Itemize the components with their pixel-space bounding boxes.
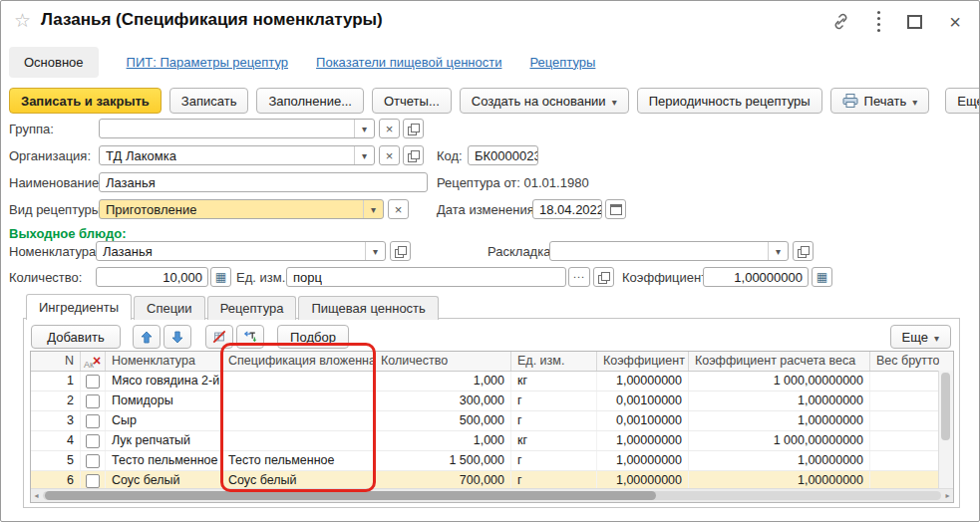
table-row[interactable]: 2 Помидоры 300,000 г 0,00100000 1,000000… (31, 392, 953, 411)
add-row-button[interactable]: Добавить (31, 325, 121, 349)
command-bar: Записать и закрыть Записать Заполнение..… (9, 86, 969, 116)
quantity-field[interactable]: 10,000 (96, 267, 208, 287)
nav-link-recipes[interactable]: Рецептуры (529, 55, 595, 70)
recalculate-units-button[interactable] (236, 325, 264, 349)
group-clear-button[interactable] (379, 119, 400, 138)
change-date-calendar-button[interactable] (605, 199, 626, 219)
recipe-periodicity-button[interactable]: Периодичность рецептуры (637, 88, 822, 114)
organization-field[interactable]: ТД Лакомка (99, 145, 375, 165)
open-icon (408, 150, 419, 161)
table-row[interactable]: 4 Лук репчатый 1,000 кг 1,00000000 1 000… (31, 431, 953, 451)
nomenclature-field[interactable]: Лазанья (96, 241, 386, 261)
maximize-icon[interactable] (907, 15, 922, 29)
header-weight-coefficient[interactable]: Коэффициент расчета веса (689, 352, 870, 371)
code-field[interactable]: БК0000023 (468, 145, 538, 165)
quantity-calculator-button[interactable] (210, 267, 231, 287)
organization-clear-button[interactable] (379, 145, 400, 165)
unit-field[interactable]: порц (286, 267, 566, 287)
header-quantity[interactable]: Количество (375, 352, 511, 371)
save-button[interactable]: Записать (169, 88, 249, 114)
open-icon (798, 246, 809, 257)
header-gross-weight[interactable]: Вес брутто, г (870, 352, 939, 371)
coefficient-field[interactable]: 1,00000000 (703, 267, 809, 287)
horizontal-scrollbar[interactable] (31, 488, 953, 502)
print-button[interactable]: Печать (830, 88, 930, 114)
organization-open-button[interactable] (403, 145, 424, 165)
printer-icon (842, 94, 858, 108)
name-field[interactable]: Лазанья (99, 172, 428, 192)
dropdown-icon[interactable] (768, 242, 788, 260)
row-checkbox[interactable] (86, 434, 100, 448)
dropdown-icon[interactable] (363, 200, 383, 218)
scroll-right-icon[interactable] (942, 489, 953, 502)
recipe-kind-field[interactable]: Приготовление (99, 199, 384, 219)
calendar-icon (610, 204, 622, 215)
analogs-forbidden-icon (84, 355, 102, 369)
vertical-scrollbar-thumb[interactable] (941, 373, 950, 440)
vertical-scrollbar[interactable] (938, 371, 953, 488)
unit-select-button[interactable] (568, 267, 590, 287)
layout-label: Раскладка: (488, 244, 554, 259)
row-checkbox[interactable] (86, 454, 100, 468)
move-down-button[interactable] (163, 325, 191, 349)
unit-label: Ед. изм.: (236, 270, 289, 285)
layout-open-button[interactable] (793, 241, 814, 261)
header-coefficient[interactable]: Коэффициент (597, 352, 689, 371)
dropdown-icon[interactable] (354, 146, 374, 164)
row-checkbox[interactable] (86, 414, 100, 428)
unit-open-button[interactable] (593, 267, 614, 287)
recipe-from-text: Рецептура от: 01.01.1980 (437, 175, 589, 190)
dropdown-icon[interactable] (365, 242, 385, 260)
header-spec[interactable]: Спецификация вложенная (222, 352, 375, 371)
table-row[interactable]: 5 Тесто пельменное Тесто пельменное 1 50… (31, 451, 953, 471)
horizontal-scrollbar-thumb[interactable] (45, 491, 656, 500)
open-icon (598, 272, 609, 283)
layout-field[interactable] (549, 241, 789, 261)
toggle-spec-column-button[interactable] (205, 325, 233, 349)
row-checkbox[interactable] (86, 375, 100, 389)
favorite-star-icon[interactable] (14, 9, 31, 32)
pick-button[interactable]: Подбор (277, 325, 349, 349)
nav-link-pit-parameters[interactable]: ПИТ: Параметры рецептур (127, 55, 288, 70)
header-nomenclature[interactable]: Номенклатура (106, 352, 222, 371)
name-label: Наименование: (9, 175, 103, 190)
fill-button[interactable]: Заполнение... (256, 88, 364, 114)
header-n[interactable]: N (31, 352, 81, 371)
tab-ingredients[interactable]: Ингредиенты (26, 294, 132, 320)
move-up-icon (141, 331, 153, 344)
create-based-on-button[interactable]: Создать на основании (460, 88, 629, 114)
nav-link-nutrition-indicators[interactable]: Показатели пищевой ценности (316, 55, 501, 70)
change-date-field[interactable]: 18.04.2022 (532, 199, 602, 219)
tab-nutrition[interactable]: Пищевая ценность (298, 296, 438, 320)
chevron-down-icon (934, 330, 939, 345)
scroll-left-icon[interactable] (31, 489, 42, 502)
tab-recipe[interactable]: Рецептура (207, 296, 297, 320)
recalculate-icon (243, 329, 257, 345)
table-more-button[interactable]: Еще (890, 325, 951, 349)
row-checkbox[interactable] (86, 474, 100, 488)
row-checkbox[interactable] (86, 394, 100, 408)
header-analogs[interactable] (81, 352, 106, 371)
table-row[interactable]: 1 Мясо говядина 2-й со… 1,000 кг 1,00000… (31, 372, 953, 392)
change-date-label: Дата изменения: (437, 202, 537, 217)
dropdown-icon[interactable] (354, 120, 374, 137)
table-row[interactable]: 3 Сыр 500,000 г 0,00100000 1,00000000 (31, 411, 953, 431)
link-icon[interactable] (831, 12, 850, 31)
nav-tab-main[interactable]: Основное (9, 47, 99, 78)
table-header-row: N Номенклатура Спецификация вложенная Ко… (31, 352, 953, 372)
save-and-close-button[interactable]: Записать и закрыть (9, 88, 162, 114)
close-icon[interactable] (949, 14, 961, 30)
code-label: Код: (437, 148, 463, 163)
coefficient-calculator-button[interactable] (812, 267, 832, 287)
more-menu-icon[interactable] (877, 17, 880, 20)
recipe-kind-clear-button[interactable] (388, 199, 409, 219)
reports-button[interactable]: Отчеты... (372, 88, 452, 114)
group-open-button[interactable] (403, 119, 424, 138)
nomenclature-open-button[interactable] (390, 241, 411, 261)
more-actions-button[interactable]: Еще (945, 88, 980, 114)
tab-spices[interactable]: Специи (134, 296, 205, 320)
move-up-button[interactable] (133, 325, 161, 349)
group-field[interactable] (99, 119, 375, 138)
ingredients-table: N Номенклатура Спецификация вложенная Ко… (30, 351, 954, 503)
header-unit[interactable]: Ед. изм. (511, 352, 597, 371)
